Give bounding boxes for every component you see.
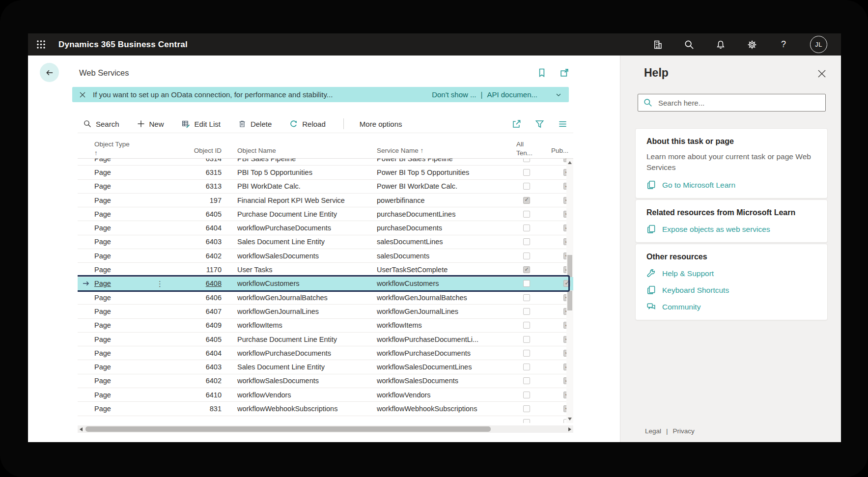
banner-chevron-down-icon[interactable] — [555, 91, 562, 98]
cell-object-name[interactable]: workflowSalesDocuments — [222, 377, 377, 385]
all-tenants-checkbox[interactable] — [523, 350, 530, 357]
cell-object-id[interactable]: 6410 — [166, 391, 222, 399]
avatar[interactable]: JL — [810, 36, 827, 53]
go-to-microsoft-learn-link[interactable]: Go to Microsoft Learn — [646, 180, 816, 190]
table-row[interactable]: Page ⋮ 6402 workflowSalesDocuments sales… — [78, 249, 573, 263]
cell-service-name[interactable]: Power BI Sales Pipeline — [377, 159, 500, 163]
row-menu-icon[interactable]: ⋮ — [156, 280, 164, 288]
cell-object-type[interactable]: Page — [94, 280, 156, 287]
expose-objects-link[interactable]: Expose objects as web services — [646, 224, 816, 234]
table-row[interactable]: ⋮ — [78, 416, 573, 423]
cell-object-name[interactable]: PBI Top 5 Opportunities — [222, 168, 377, 176]
cell-object-type[interactable]: Page — [94, 196, 156, 204]
search-icon[interactable] — [684, 40, 694, 50]
column-header-all-tenants[interactable]: All Ten... — [516, 140, 532, 157]
all-tenants-checkbox[interactable] — [523, 253, 530, 259]
company-icon[interactable] — [653, 40, 663, 50]
vertical-scrollbar[interactable] — [566, 159, 573, 423]
reload-button[interactable]: Reload — [289, 120, 326, 128]
new-button[interactable]: New — [137, 120, 164, 128]
cell-object-name[interactable]: workflowSalesDocuments — [222, 252, 377, 260]
cell-object-id[interactable]: 197 — [166, 196, 222, 204]
cell-object-id[interactable]: 6314 — [166, 159, 222, 163]
all-tenants-checkbox[interactable] — [523, 280, 530, 287]
cell-object-id[interactable]: 6405 — [166, 336, 222, 343]
all-tenants-checkbox[interactable] — [523, 294, 530, 301]
all-tenants-checkbox[interactable] — [523, 405, 530, 412]
all-tenants-checkbox[interactable] — [523, 336, 530, 343]
cell-object-type[interactable]: Page — [94, 210, 156, 218]
cell-service-name[interactable]: workflowSalesDocumentLines — [377, 363, 500, 371]
cell-service-name[interactable]: powerbifinance — [377, 196, 500, 204]
all-tenants-checkbox[interactable] — [523, 169, 530, 176]
cell-object-type[interactable]: Page — [94, 224, 156, 232]
all-tenants-checkbox[interactable] — [523, 183, 530, 190]
table-row[interactable]: Page ⋮ 6410 workflowVendors workflowVend… — [78, 388, 573, 402]
column-header-object-type[interactable]: Object Type ↑ — [94, 140, 130, 157]
table-row[interactable]: Page ⋮ 6406 workflowGenJournalBatches wo… — [78, 291, 573, 305]
table-row[interactable]: Page ⋮ 831 workflowWebhookSubscriptions … — [78, 402, 573, 416]
banner-api-doc-link[interactable]: API documen... — [487, 90, 537, 99]
cell-object-id[interactable]: 6405 — [166, 210, 222, 218]
cell-object-id[interactable]: 6404 — [166, 224, 222, 232]
all-tenants-checkbox[interactable] — [523, 211, 530, 218]
cell-object-name[interactable]: workflowVendors — [222, 391, 377, 399]
table-row[interactable]: Page ⋮ 1170 User Tasks UserTaskSetComple… — [78, 263, 573, 277]
table-row[interactable]: Page ⋮ 197 Financial Report KPI Web Serv… — [78, 194, 573, 207]
cell-service-name[interactable]: workflowPurchaseDocuments — [377, 349, 500, 357]
cell-service-name[interactable]: Power BI WorkDate Calc. — [377, 182, 500, 190]
table-row[interactable]: Page ⋮ 6405 Purchase Document Line Entit… — [78, 333, 573, 346]
scroll-left-arrow[interactable] — [80, 427, 83, 431]
share-icon[interactable] — [512, 119, 521, 129]
help-and-support-link[interactable]: Help & Support — [646, 269, 816, 278]
cell-object-type[interactable]: Page — [94, 168, 156, 176]
cell-object-id[interactable]: 831 — [166, 405, 222, 413]
cell-object-name[interactable]: Sales Document Line Entity — [222, 238, 377, 246]
more-options-button[interactable]: More options — [360, 120, 402, 128]
banner-dont-show-link[interactable]: Don't show ... — [432, 90, 476, 99]
horizontal-scrollbar[interactable] — [78, 425, 573, 433]
cell-object-name[interactable]: workflowPurchaseDocuments — [222, 224, 377, 232]
cell-service-name[interactable]: purchaseDocuments — [377, 224, 500, 232]
cell-object-name[interactable]: Sales Document Line Entity — [222, 363, 377, 371]
privacy-link[interactable]: Privacy — [673, 427, 695, 435]
table-row[interactable]: Page ⋮ 6315 PBI Top 5 Opportunities Powe… — [78, 166, 573, 179]
table-row[interactable]: Page ⋮ 6404 workflowPurchaseDocuments wo… — [78, 346, 573, 360]
cell-object-id[interactable]: 6407 — [166, 308, 222, 315]
cell-object-type[interactable]: Page — [94, 294, 156, 302]
cell-object-type[interactable]: Page — [94, 308, 156, 315]
cell-service-name[interactable]: workflowGenJournalLines — [377, 308, 500, 315]
cell-service-name[interactable]: workflowGenJournalBatches — [377, 294, 500, 302]
filter-funnel-icon[interactable] — [535, 119, 544, 129]
cell-service-name[interactable]: workflowCustomers — [377, 280, 500, 287]
edit-list-button[interactable]: Edit List — [182, 120, 221, 128]
scroll-right-arrow[interactable] — [568, 427, 571, 431]
cell-object-name[interactable]: Purchase Document Line Entity — [222, 336, 377, 343]
cell-object-type[interactable]: Page — [94, 321, 156, 329]
cell-object-id[interactable]: 6404 — [166, 349, 222, 357]
table-row[interactable]: Page ⋮ 6409 workflowItems workflowItems — [78, 319, 573, 333]
column-header-object-name[interactable]: Object Name — [237, 146, 276, 155]
cell-object-id[interactable]: 6406 — [166, 294, 222, 302]
cell-object-type[interactable]: Page — [94, 336, 156, 343]
table-row[interactable]: Page ⋮ 6313 PBI WorkDate Calc. Power BI … — [78, 180, 573, 194]
table-row[interactable]: Page ⋮ 6403 Sales Document Line Entity w… — [78, 360, 573, 374]
all-tenants-checkbox[interactable] — [523, 197, 530, 204]
cell-object-type[interactable]: Page — [94, 159, 156, 163]
cell-object-name[interactable]: Financial Report KPI Web Service — [222, 196, 377, 204]
cell-object-name[interactable]: workflowCustomers — [222, 280, 377, 287]
cell-object-id[interactable]: 6315 — [166, 168, 222, 176]
cell-object-type[interactable]: Page — [94, 377, 156, 385]
column-header-object-id[interactable]: Object ID — [166, 146, 222, 155]
back-button[interactable] — [40, 63, 59, 82]
cell-object-name[interactable]: PBI Sales Pipeline — [222, 159, 377, 163]
published-checkbox[interactable] — [563, 280, 570, 287]
all-tenants-checkbox[interactable] — [523, 238, 530, 245]
all-tenants-checkbox[interactable] — [523, 224, 530, 231]
all-tenants-checkbox[interactable] — [523, 322, 530, 329]
table-row[interactable]: Page ⋮ 6408 workflowCustomers workflowCu… — [78, 277, 573, 291]
cell-object-type[interactable]: Page — [94, 182, 156, 190]
cell-service-name[interactable]: workflowSalesDocuments — [377, 377, 500, 385]
cell-object-name[interactable]: workflowGenJournalBatches — [222, 294, 377, 302]
banner-close-icon[interactable] — [79, 91, 86, 98]
